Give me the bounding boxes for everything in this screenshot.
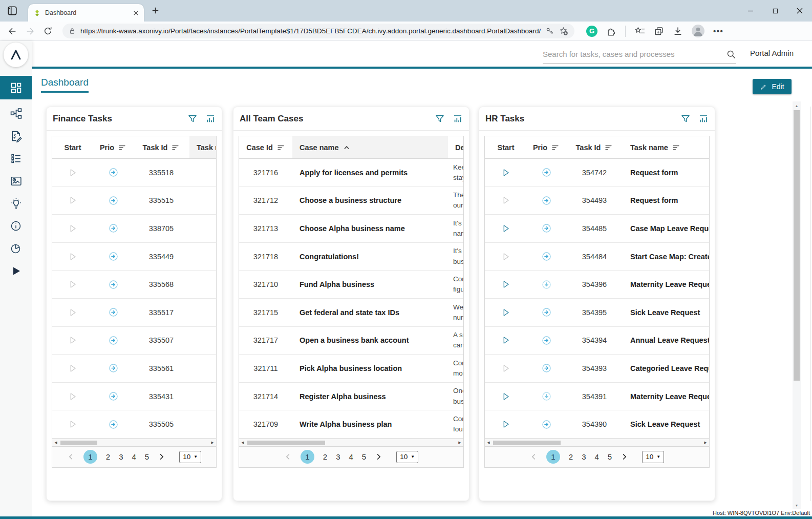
start-task-icon[interactable]	[67, 279, 78, 290]
favorites-bar-icon[interactable]	[634, 26, 645, 36]
table-row[interactable]: 335517	[52, 299, 216, 327]
password-key-icon[interactable]	[545, 27, 554, 35]
page-2[interactable]: 2	[106, 452, 110, 461]
table-row[interactable]: 354485Case Map Leave Request	[485, 215, 709, 243]
chart-view-icon[interactable]	[453, 114, 463, 124]
chart-view-icon[interactable]	[698, 114, 709, 124]
table-row[interactable]: 354396Maternity Leave Request	[485, 271, 709, 299]
url-bar[interactable]: https://trunk-wawa.axonivy.io/Portal/fac…	[62, 24, 574, 38]
table-row[interactable]: 335507	[52, 327, 216, 355]
settings-ellipsis-icon[interactable]: •••	[713, 29, 723, 34]
page-vertical-scrollbar[interactable]: ▲ ▼	[793, 101, 801, 509]
col-case-name[interactable]: Case name	[292, 136, 448, 158]
col-start[interactable]: Start	[52, 136, 93, 158]
table-row[interactable]: 321709Write Alpha business planComfoun	[239, 410, 463, 439]
start-task-icon[interactable]	[500, 335, 511, 346]
start-task-icon[interactable]	[67, 391, 78, 402]
scroll-down-icon[interactable]: ▼	[793, 501, 801, 509]
scroll-right-icon[interactable]: ▶	[209, 439, 216, 446]
scroll-up-icon[interactable]: ▲	[793, 101, 801, 110]
prev-page-icon[interactable]	[67, 453, 75, 461]
start-task-icon[interactable]	[67, 307, 78, 318]
next-page-icon[interactable]	[158, 453, 165, 461]
table-row[interactable]: 354394Annual Leave Request	[485, 327, 709, 355]
table-row[interactable]: 335568	[52, 271, 216, 299]
table-row[interactable]: 335505	[52, 410, 216, 439]
lock-icon[interactable]	[69, 27, 76, 35]
new-tab-button[interactable]	[151, 6, 160, 15]
sidebar-item-processes[interactable]	[0, 102, 32, 124]
scrollbar-thumb[interactable]	[794, 110, 800, 381]
table-row[interactable]: 354391Maternity Leave Request	[485, 383, 709, 411]
user-menu[interactable]: Portal Admin	[750, 49, 794, 57]
start-task-icon[interactable]	[500, 223, 511, 234]
page-3[interactable]: 3	[336, 452, 340, 461]
table-row[interactable]: 335515	[52, 187, 216, 215]
page-4[interactable]: 4	[595, 452, 599, 461]
start-task-icon[interactable]	[67, 167, 78, 178]
start-task-icon[interactable]	[67, 223, 78, 234]
back-icon[interactable]	[7, 26, 17, 36]
page-size-select[interactable]: 10▼	[179, 451, 201, 463]
sidebar-item-process-history[interactable]	[0, 170, 32, 192]
tab-actions-icon[interactable]	[7, 5, 18, 16]
table-row[interactable]: 354484Start Case Map: Create Lea	[485, 243, 709, 271]
col-start[interactable]: Start	[485, 136, 527, 158]
scroll-left-icon[interactable]: ◀	[52, 439, 59, 446]
tab-close-icon[interactable]	[133, 10, 139, 16]
table-row[interactable]: 354395Sick Leave Request	[485, 299, 709, 327]
table-row[interactable]: 338705	[52, 215, 216, 243]
page-size-select[interactable]: 10▼	[642, 451, 664, 463]
start-task-icon[interactable]	[500, 251, 511, 262]
table-row[interactable]: 354742Request form	[485, 159, 709, 187]
table-row[interactable]: 354390Sick Leave Request	[485, 410, 709, 439]
start-task-icon[interactable]	[500, 363, 511, 374]
collections-icon[interactable]	[654, 26, 664, 36]
page-3[interactable]: 3	[119, 452, 123, 461]
page-4[interactable]: 4	[132, 452, 136, 461]
start-task-icon[interactable]	[500, 167, 511, 178]
downloads-icon[interactable]	[673, 26, 683, 36]
refresh-icon[interactable]	[43, 26, 53, 36]
filter-icon[interactable]	[680, 114, 691, 124]
col-prio[interactable]: Prio	[527, 136, 566, 158]
sidebar-item-cases[interactable]	[0, 147, 32, 170]
table-row[interactable]: 321713Choose Alpha business nameIt's rna…	[239, 215, 463, 243]
page-1-active[interactable]: 1	[301, 450, 314, 464]
page-1-active[interactable]: 1	[546, 450, 560, 464]
sidebar-item-info[interactable]	[0, 215, 32, 237]
table-row[interactable]: 354393Categoried Leave Request	[485, 355, 709, 383]
start-task-icon[interactable]	[500, 307, 511, 318]
bookmark-star-icon[interactable]	[559, 26, 568, 36]
col-task-name[interactable]: Task name	[623, 136, 710, 158]
prev-page-icon[interactable]	[284, 453, 292, 461]
grammarly-extension-icon[interactable]: G	[586, 26, 597, 37]
horizontal-scrollbar[interactable]: ◀ ▶	[239, 439, 463, 446]
page-1-active[interactable]: 1	[83, 450, 97, 464]
table-row[interactable]: 321716Apply for licenses and permitsKeep…	[239, 159, 463, 187]
page-2[interactable]: 2	[569, 452, 573, 461]
forward-icon[interactable]	[25, 26, 35, 36]
scroll-left-icon[interactable]: ◀	[239, 439, 246, 446]
col-description[interactable]: Description	[448, 136, 464, 158]
edit-dashboard-button[interactable]: Edit	[753, 79, 792, 94]
global-search[interactable]	[543, 45, 736, 64]
table-row[interactable]: 321712Choose a business structureTheour …	[239, 187, 463, 215]
scrollbar-thumb[interactable]	[493, 441, 561, 445]
scrollbar-thumb[interactable]	[247, 441, 325, 445]
filter-icon[interactable]	[187, 114, 198, 124]
close-button[interactable]	[787, 0, 812, 22]
start-task-icon[interactable]	[67, 251, 78, 262]
search-input[interactable]	[543, 50, 722, 58]
scrollbar-thumb[interactable]	[60, 441, 97, 445]
col-task-id[interactable]: Task Id	[566, 136, 623, 158]
table-row[interactable]: 321711Pick Alpha business locationCommos	[239, 355, 463, 383]
search-icon[interactable]	[726, 49, 736, 59]
scroll-right-icon[interactable]: ▶	[456, 439, 463, 446]
start-task-icon[interactable]	[500, 391, 511, 402]
chart-view-icon[interactable]	[205, 114, 216, 124]
sidebar-item-dashboard[interactable]	[0, 76, 32, 99]
prev-page-icon[interactable]	[530, 453, 538, 461]
start-task-icon[interactable]	[500, 195, 511, 206]
table-row[interactable]: 335518	[52, 159, 216, 187]
